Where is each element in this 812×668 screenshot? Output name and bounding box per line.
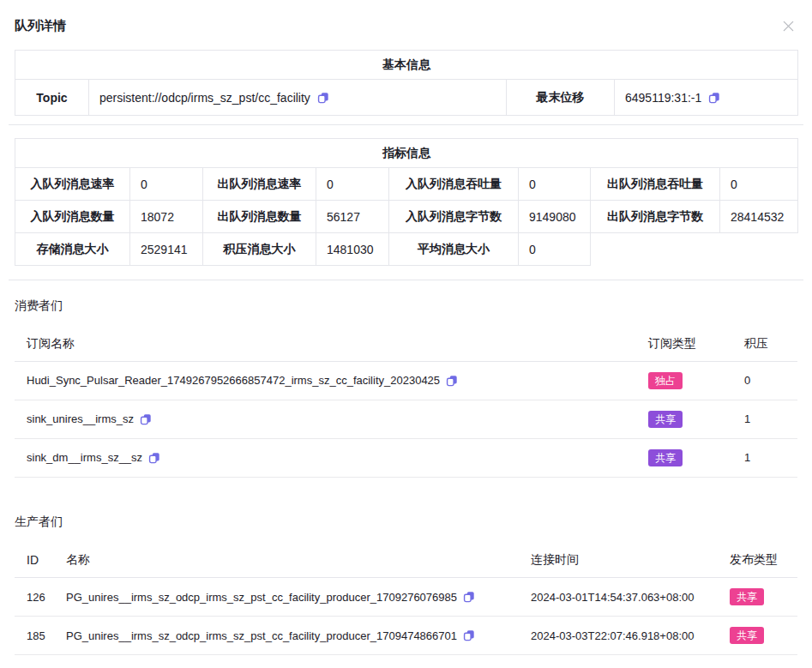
subscription-name: Hudi_Sync_Pulsar_Reader_1749267952666857… (27, 374, 440, 387)
producers-header-id: ID (15, 544, 66, 578)
metric-label: 入队列消息速率 (15, 168, 130, 201)
metric-label: 入队列消息数量 (15, 201, 130, 233)
producer-row: 126 PG_unires__irms_sz_odcp_irms_sz_pst_… (15, 578, 797, 617)
metrics-row: 入队列消息速率 0 出队列消息速率 0 入队列消息吞吐量 0 出队列消息吞吐量 … (15, 168, 798, 201)
metric-value: 18072 (130, 201, 203, 233)
backlog-value: 0 (744, 361, 797, 400)
consumers-header-type: 订阅类型 (648, 327, 744, 361)
last-offset-label: 最末位移 (507, 80, 615, 116)
producer-id: 185 (15, 617, 66, 655)
metric-value: 0 (720, 168, 798, 201)
metric-label: 存储消息大小 (15, 233, 130, 266)
metric-value: 0 (519, 233, 591, 266)
metric-label: 入队列消息字节数 (389, 201, 519, 233)
metric-value: 0 (130, 168, 203, 201)
subscription-type-badge: 共享 (648, 411, 683, 428)
subscription-name-cell: sink_unires__irms_sz (15, 400, 648, 438)
metric-label: 出队列消息字节数 (591, 201, 720, 233)
modal-title: 队列详情 (15, 18, 66, 33)
publish-type-cell: 共享 (730, 617, 797, 655)
backlog-value: 1 (744, 438, 797, 477)
topic-value-cell: persistent://odcp/irms_sz_pst/cc_facilit… (89, 80, 507, 116)
copy-icon[interactable] (708, 92, 720, 104)
consumers-header-row: 订阅名称 订阅类型 积压 (15, 327, 797, 361)
producer-name-cell: PG_unires__irms_sz_odcp_irms_sz_pst_cc_f… (66, 617, 531, 655)
topic-value: persistent://odcp/irms_sz_pst/cc_facilit… (99, 91, 310, 105)
consumers-header-name: 订阅名称 (15, 327, 648, 361)
metric-label: 积压消息大小 (203, 233, 316, 266)
producer-name: PG_unires__irms_sz_odcp_irms_sz_pst_cc_f… (66, 591, 457, 604)
subscription-type-cell: 独占 (648, 361, 744, 400)
producers-header-name: 名称 (66, 544, 531, 578)
metrics-table: 指标信息 入队列消息速率 0 出队列消息速率 0 入队列消息吞吐量 0 出队列消… (15, 138, 798, 266)
copy-icon[interactable] (446, 375, 458, 387)
copy-icon[interactable] (317, 92, 329, 104)
empty-cell (591, 233, 798, 266)
producer-connect-time: 2024-03-03T22:07:46.918+08:00 (531, 617, 730, 655)
last-offset-value-cell: 6495119:31:-1 (615, 80, 798, 116)
metric-label: 出队列消息速率 (203, 168, 316, 201)
topic-label: Topic (15, 80, 89, 116)
metric-value: 28414532 (720, 201, 798, 233)
copy-icon[interactable] (463, 591, 475, 603)
metric-value: 56127 (316, 201, 389, 233)
consumer-row: sink_unires__irms_sz 共享 1 (15, 400, 797, 438)
metrics-row: 入队列消息数量 18072 出队列消息数量 56127 入队列消息字节数 914… (15, 201, 798, 233)
metric-value: 0 (316, 168, 389, 201)
subscription-name-cell: Hudi_Sync_Pulsar_Reader_1749267952666857… (15, 361, 648, 400)
consumer-row: sink_dm__irms_sz__sz 共享 1 (15, 438, 797, 477)
subscription-name-cell: sink_dm__irms_sz__sz (15, 438, 648, 477)
subscription-type-cell: 共享 (648, 438, 744, 477)
basic-info-row: Topic persistent://odcp/irms_sz_pst/cc_f… (15, 80, 798, 116)
basic-info-caption: 基本信息 (15, 51, 798, 80)
producers-section-title: 生产者们 (15, 514, 797, 530)
section-divider (9, 124, 803, 125)
metrics-caption: 指标信息 (15, 139, 798, 168)
consumers-table: 订阅名称 订阅类型 积压 Hudi_Sync_Pulsar_Reader_174… (15, 327, 797, 478)
subscription-type-badge: 独占 (648, 372, 683, 389)
metric-label: 入队列消息吞吐量 (389, 168, 519, 201)
copy-icon[interactable] (148, 452, 160, 464)
producers-header-publish-type: 发布类型 (730, 544, 797, 578)
publish-type-cell: 共享 (730, 578, 797, 617)
consumer-row: Hudi_Sync_Pulsar_Reader_1749267952666857… (15, 361, 797, 400)
metric-label: 出队列消息吞吐量 (591, 168, 720, 201)
metric-value: 1481030 (316, 233, 389, 266)
producers-header-row: ID 名称 连接时间 发布类型 (15, 544, 797, 578)
modal-header: 队列详情 (15, 0, 797, 33)
producers-table: ID 名称 连接时间 发布类型 126 PG_unires__irms_sz_o… (15, 544, 797, 656)
metric-value: 9149080 (519, 201, 591, 233)
publish-type-badge: 共享 (730, 588, 764, 605)
consumers-header-backlog: 积压 (744, 327, 797, 361)
metric-label: 平均消息大小 (389, 233, 519, 266)
producer-connect-time: 2024-03-01T14:54:37.063+08:00 (531, 578, 730, 617)
subscription-name: sink_dm__irms_sz__sz (27, 451, 142, 464)
section-divider (9, 280, 803, 280)
producer-id: 126 (15, 578, 66, 617)
close-icon[interactable] (780, 18, 796, 33)
producer-name-cell: PG_unires__irms_sz_odcp_irms_sz_pst_cc_f… (66, 578, 531, 617)
subscription-name: sink_unires__irms_sz (27, 412, 134, 425)
producer-row: 185 PG_unires__irms_sz_odcp_irms_sz_pst_… (15, 617, 797, 655)
consumers-section-title: 消费者们 (15, 298, 797, 314)
producers-header-connect-time: 连接时间 (531, 544, 730, 578)
copy-icon[interactable] (140, 413, 152, 425)
producer-name: PG_unires__irms_sz_odcp_irms_sz_pst_cc_f… (66, 629, 457, 642)
queue-detail-modal: 队列详情 基本信息 Topic persistent://odcp/irms_s… (0, 0, 812, 668)
metrics-row: 存储消息大小 2529141 积压消息大小 1481030 平均消息大小 0 (15, 233, 798, 266)
metric-value: 2529141 (130, 233, 203, 266)
copy-icon[interactable] (463, 629, 475, 641)
basic-info-table: 基本信息 Topic persistent://odcp/irms_sz_pst… (15, 50, 798, 116)
metric-label: 出队列消息数量 (203, 201, 316, 233)
metric-value: 0 (519, 168, 591, 201)
subscription-type-cell: 共享 (648, 400, 744, 438)
last-offset-value: 6495119:31:-1 (625, 91, 701, 105)
backlog-value: 1 (744, 400, 797, 438)
publish-type-badge: 共享 (730, 627, 764, 644)
subscription-type-badge: 共享 (648, 449, 683, 466)
